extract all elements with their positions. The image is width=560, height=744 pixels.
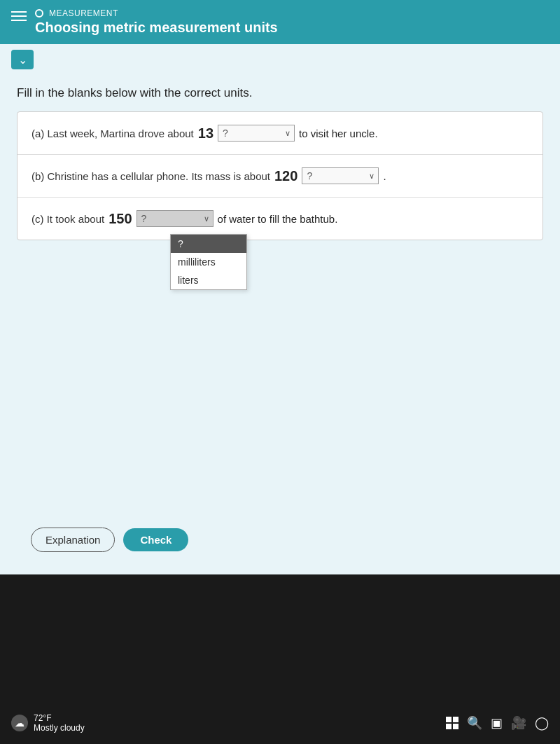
chevron-bar: ⌄ — [0, 44, 560, 75]
dropdown-option-milliliters[interactable]: milliliters — [171, 253, 246, 271]
explanation-button[interactable]: Explanation — [31, 528, 115, 552]
search-icon[interactable]: 🔍 — [467, 715, 482, 731]
question-c-select-wrapper: ? milliliters liters — [136, 210, 214, 227]
question-a-select-wrapper: ? kilometers meters centimeters — [218, 125, 295, 142]
instruction-text: Fill in the blanks below with the correc… — [17, 86, 543, 100]
check-button[interactable]: Check — [123, 528, 188, 551]
questions-card: (a) Last week, Martina drove about 13 ? … — [17, 111, 543, 240]
taskbar-weather: ☁ 72°F Mostly cloudy — [11, 713, 85, 733]
header-category: MEASUREMENT — [35, 8, 549, 18]
question-a-value: 13 — [198, 125, 214, 142]
content-area: Fill in the blanks below with the correc… — [0, 75, 560, 574]
question-b-select-wrapper: ? grams kilograms milligrams — [302, 167, 379, 184]
question-row-c: (c) It took about 150 ? milliliters lite… — [18, 198, 542, 240]
question-c-value: 150 — [108, 211, 132, 227]
question-b-prefix: (b) Christine has a cellular phone. Its … — [31, 170, 270, 182]
temperature: 72°F — [34, 713, 85, 723]
header-title: Choosing metric measurement units — [35, 20, 549, 36]
question-b-value: 120 — [274, 168, 298, 184]
weather-info: 72°F Mostly cloudy — [34, 713, 85, 733]
windows-logo-icon[interactable] — [446, 717, 458, 729]
question-c-prefix: (c) It took about — [31, 213, 104, 225]
taskbar-right: 🔍 ▣ 🎥 ◯ — [446, 715, 549, 731]
dropdown-option-liters[interactable]: liters — [171, 271, 246, 289]
question-c-suffix: of water to fill the bathtub. — [218, 213, 338, 225]
hamburger-menu[interactable] — [11, 11, 27, 21]
weather-icon: ☁ — [11, 715, 28, 731]
dropdown-option-question[interactable]: ? — [171, 235, 246, 253]
taskbar: ☁ 72°F Mostly cloudy 🔍 ▣ 🎥 ◯ — [0, 702, 560, 744]
desktop-icon[interactable]: ▣ — [491, 715, 503, 731]
category-icon — [35, 9, 43, 18]
question-a-select[interactable]: ? kilometers meters centimeters — [218, 125, 295, 142]
chevron-down-button[interactable]: ⌄ — [11, 50, 34, 69]
question-row-a: (a) Last week, Martina drove about 13 ? … — [18, 112, 542, 155]
question-a-prefix: (a) Last week, Martina drove about — [31, 128, 194, 139]
question-b-suffix: . — [383, 170, 386, 182]
user-icon[interactable]: ◯ — [535, 715, 549, 731]
camera-icon[interactable]: 🎥 — [511, 715, 526, 731]
bottom-bar: Explanation Check — [17, 516, 543, 563]
dropdown-c-open: ? milliliters liters — [170, 234, 247, 290]
question-b-select[interactable]: ? grams kilograms milligrams — [302, 167, 379, 184]
question-row-b: (b) Christine has a cellular phone. Its … — [18, 155, 542, 198]
question-c-select[interactable]: ? milliliters liters — [136, 210, 214, 227]
question-a-suffix: to visit her uncle. — [299, 128, 378, 139]
header: MEASUREMENT Choosing metric measurement … — [0, 0, 560, 44]
weather-condition: Mostly cloudy — [34, 723, 85, 733]
